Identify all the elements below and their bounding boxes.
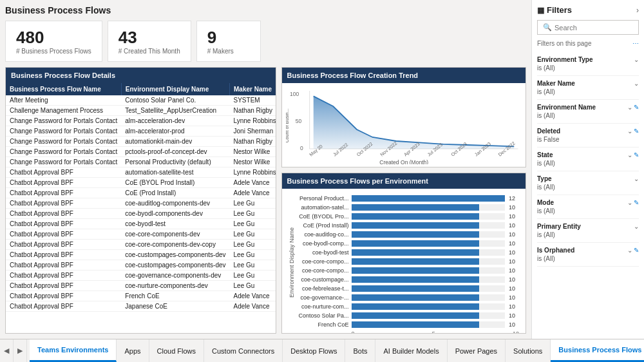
tab-ai-builder[interactable]: AI Builder Models xyxy=(375,339,447,362)
tab-bpf[interactable]: Business Process Flows xyxy=(551,339,644,362)
table-row[interactable]: Chatbot Approval BPFcoe-nurture-componen… xyxy=(6,281,276,291)
filters-close-icon[interactable]: › xyxy=(636,6,639,15)
tab-teams-environments[interactable]: Teams Environments xyxy=(30,339,117,362)
table-cell-10-2: Lee Gu xyxy=(230,198,276,209)
table-cell-16-1: coe-custompages-components-dev xyxy=(121,260,229,271)
bar-outer-1 xyxy=(352,204,505,211)
table-cell-5-1: pctools-proof-of-concept-dev xyxy=(121,147,229,157)
filter-value-8: is (All) xyxy=(537,255,639,262)
filter-row-6: Mode ⌄ ✎ xyxy=(537,199,639,206)
tab-prev-button[interactable]: ◀ xyxy=(0,339,14,362)
table-cell-18-0: Chatbot Approval BPF xyxy=(6,281,121,291)
search-box[interactable]: 🔍 xyxy=(537,20,639,35)
table-cell-19-2: Adele Vance xyxy=(230,291,276,301)
filter-value-4: is (All) xyxy=(537,160,639,167)
filter-chevron-8[interactable]: ⌄ xyxy=(627,247,632,254)
col-name: Business Process Flow Name xyxy=(6,83,121,95)
table-cell-14-2: Lee Gu xyxy=(230,240,276,250)
table-row[interactable]: Change Password for Portals ContactPerso… xyxy=(6,157,276,167)
table-row[interactable]: Challenge Management ProcessTest_Satelli… xyxy=(6,106,276,116)
bar-row: French CoE 10 xyxy=(298,320,519,329)
filter-chevron-3[interactable]: ⌄ xyxy=(627,128,632,135)
tab-apps[interactable]: Apps xyxy=(117,339,149,362)
tab-next-button[interactable]: ▶ xyxy=(14,339,27,362)
table-row[interactable]: Chatbot Approval BPFFrench CoEAdele Vanc… xyxy=(6,291,276,301)
filter-edit-icon-2[interactable]: ✎ xyxy=(634,104,639,111)
tab-custom-connectors[interactable]: Custom Connectors xyxy=(204,339,283,362)
filter-edit-icon-8[interactable]: ✎ xyxy=(634,247,639,254)
table-row[interactable]: Change Password for Portals Contactautom… xyxy=(6,137,276,147)
bar-row: coe-custompage... 10 xyxy=(298,275,519,284)
table-cell-19-0: Chatbot Approval BPF xyxy=(6,291,121,301)
table-row[interactable]: Chatbot Approval BPFcoe-custompages-comp… xyxy=(6,260,276,271)
bar-outer-5 xyxy=(352,240,505,247)
table-row[interactable]: Chatbot Approval BPFcoe-core-components-… xyxy=(6,240,276,250)
filter-icons-8: ⌄ ✎ xyxy=(627,247,639,254)
filters-title: ▦ Filters xyxy=(537,5,572,15)
bar-outer-0 xyxy=(352,195,505,202)
filter-label-7: Primary Entity xyxy=(537,223,581,230)
table-row[interactable]: Change Password for Portals Contactpctoo… xyxy=(6,147,276,157)
table-row[interactable]: Chatbot Approval BPFCoE (Prod Install)Ad… xyxy=(6,188,276,198)
filter-item-5: Type ⌄ is (All) xyxy=(537,171,639,195)
table-cell-13-2: Lee Gu xyxy=(230,229,276,240)
table-cell-17-2: Lee Gu xyxy=(230,271,276,281)
bar-label-3: CoE (Prod Install) xyxy=(298,222,349,229)
table-row[interactable]: Chatbot Approval BPFcoe-custompages-comp… xyxy=(6,250,276,260)
bar-row: coe-nurture-com... 10 xyxy=(298,302,519,311)
filter-chevron-1[interactable]: ⌄ xyxy=(634,80,639,87)
filter-label-2: Environment Name xyxy=(537,104,596,111)
filter-row-0: Environment Type ⌄ xyxy=(537,56,639,63)
bar-inner-12 xyxy=(352,303,480,310)
table-cell-4-2: Nathan Rigby xyxy=(230,137,276,147)
filter-row-5: Type ⌄ xyxy=(537,175,639,182)
tab-cloud-flows[interactable]: Cloud Flows xyxy=(149,339,205,362)
table-row[interactable]: Chatbot Approval BPFcoe-byodl-testLee Gu… xyxy=(6,219,276,229)
table-row[interactable]: Chatbot Approval BPFJapanese CoEAdele Va… xyxy=(6,301,276,312)
svg-text:Count of Busin...: Count of Busin... xyxy=(286,108,290,142)
bar-chart-title: Business Process Flows per Environment xyxy=(282,173,526,189)
table-cell-0-2: SYSTEM xyxy=(230,95,276,106)
bar-outer-9 xyxy=(352,276,505,283)
filter-chevron-7[interactable]: ⌄ xyxy=(634,223,639,230)
filter-chevron-0[interactable]: ⌄ xyxy=(634,56,639,63)
bar-row: coe-core-compo... 10 xyxy=(298,266,519,275)
search-input[interactable] xyxy=(554,24,633,32)
table-cell-0-1: Contoso Solar Panel Co. xyxy=(121,95,229,106)
filter-icons-4: ⌄ ✎ xyxy=(627,151,639,158)
filter-row-3: Deleted ⌄ ✎ xyxy=(537,128,639,135)
filter-chevron-2[interactable]: ⌄ xyxy=(627,104,632,111)
table-row[interactable]: Chatbot Approval BPFcoe-byodl-components… xyxy=(6,209,276,219)
tab-desktop-flows[interactable]: Desktop Flows xyxy=(283,339,345,362)
bar-label-5: coe-byodl-comp... xyxy=(298,240,349,247)
table-wrap[interactable]: Business Process Flow Name Environment D… xyxy=(6,83,276,333)
filter-chevron-5[interactable]: ⌄ xyxy=(634,175,639,182)
filter-chevron-4[interactable]: ⌄ xyxy=(627,151,632,158)
svg-text:50: 50 xyxy=(295,118,301,124)
table-row[interactable]: Change Password for Portals Contactalm-a… xyxy=(6,116,276,126)
filter-row-7: Primary Entity ⌄ xyxy=(537,223,639,230)
filter-edit-icon-4[interactable]: ✎ xyxy=(634,151,639,158)
filter-chevron-6[interactable]: ⌄ xyxy=(627,199,632,206)
table-cell-1-0: Challenge Management Process xyxy=(6,106,121,116)
table-row[interactable]: Chatbot Approval BPFcoe-auditlog-compone… xyxy=(6,198,276,209)
table-cell-2-1: alm-acceleration-dev xyxy=(121,116,229,126)
bar-chart-inner: Personal Product... 12 automation-satel.… xyxy=(298,194,519,330)
tab-power-pages[interactable]: Power Pages xyxy=(448,339,506,362)
bar-inner-7 xyxy=(352,258,480,265)
filter-item-8: Is Orphaned ⌄ ✎ is (All) xyxy=(537,243,639,267)
filter-edit-icon-6[interactable]: ✎ xyxy=(634,199,639,206)
filter-edit-icon[interactable]: ✎ xyxy=(634,128,639,135)
svg-text:Created On (Month): Created On (Month) xyxy=(379,159,428,164)
filters-more-button[interactable]: ⋯ xyxy=(632,40,639,47)
table-row[interactable]: Chatbot Approval BPFautomation-satellite… xyxy=(6,167,276,178)
table-row[interactable]: Chatbot Approval BPFCoE (BYOL Prod Insta… xyxy=(6,178,276,188)
tab-bots[interactable]: Bots xyxy=(345,339,375,362)
table-row[interactable]: Chatbot Approval BPFcoe-governance-compo… xyxy=(6,271,276,281)
tab-solutions[interactable]: Solutions xyxy=(506,339,551,362)
table-cell-14-0: Chatbot Approval BPF xyxy=(6,240,121,250)
trend-chart-title: Business Process Flow Creation Trend xyxy=(282,68,526,83)
table-row[interactable]: Change Password for Portals Contactalm-a… xyxy=(6,126,276,137)
table-row[interactable]: Chatbot Approval BPFcoe-core-components-… xyxy=(6,229,276,240)
table-row[interactable]: After MeetingContoso Solar Panel Co.SYST… xyxy=(6,95,276,106)
